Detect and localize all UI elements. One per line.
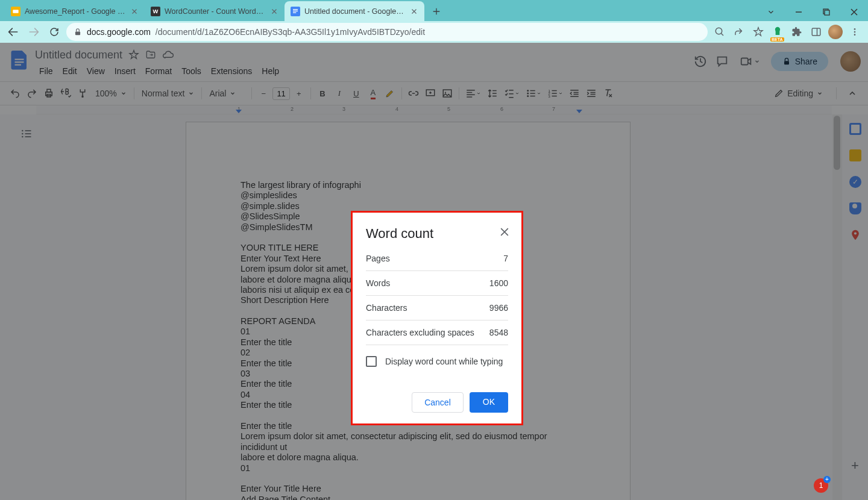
ok-button[interactable]: OK — [470, 392, 508, 413]
dialog-row: Words1600 — [366, 271, 508, 296]
svg-rect-1 — [13, 10, 18, 13]
display-while-typing-option[interactable]: Display word count while typing — [366, 356, 508, 367]
dialog-row-value: 1600 — [489, 278, 508, 288]
tab-title: Untitled document - Google Doc — [304, 7, 406, 16]
beta-badge: BETA — [770, 37, 784, 42]
bookmark-icon[interactable] — [750, 23, 767, 40]
maximize-button[interactable] — [813, 3, 840, 21]
chrome-menu-icon[interactable] — [846, 23, 863, 40]
svg-rect-7 — [293, 12, 296, 13]
dialog-rows: Pages7Words1600Characters9966Characters … — [366, 254, 508, 345]
svg-point-16 — [854, 34, 856, 36]
tab-search-icon[interactable] — [757, 3, 785, 21]
dialog-row-label: Pages — [366, 254, 390, 263]
url-path: /document/d/1aZ6ZO6EcnAIByS3qb-AA3G5Il1y… — [156, 27, 425, 37]
window-controls — [757, 3, 868, 21]
back-button[interactable] — [5, 23, 22, 40]
svg-text:W: W — [153, 8, 159, 14]
svg-point-14 — [854, 28, 856, 30]
reload-button[interactable] — [46, 23, 63, 40]
dialog-title: Word count — [366, 226, 508, 242]
svg-rect-12 — [776, 32, 780, 35]
share-icon[interactable] — [731, 23, 747, 40]
dialog-row-label: Words — [366, 278, 390, 288]
dialog-row: Characters excluding spaces8548 — [366, 320, 508, 345]
tab-title: Awesome_Report - Google Slides — [25, 7, 126, 16]
tab-docs-active[interactable]: Untitled document - Google Doc — [285, 1, 424, 21]
notification-badge[interactable]: 1 — [814, 478, 828, 493]
minimize-button[interactable] — [785, 3, 813, 21]
browser-titlebar: Awesome_Report - Google Slides W WordCou… — [0, 0, 868, 21]
svg-rect-9 — [825, 10, 829, 15]
new-tab-button[interactable] — [428, 3, 445, 20]
close-icon[interactable] — [410, 7, 418, 16]
docs-app: Untitled document File Edit View Insert … — [0, 43, 868, 500]
close-icon[interactable] — [130, 7, 139, 16]
dialog-row-value: 7 — [503, 254, 508, 263]
dialog-close-button[interactable] — [497, 225, 512, 239]
dialog-row: Pages7 — [366, 254, 508, 271]
word-count-dialog: Word count Pages7Words1600Characters9966… — [351, 211, 523, 425]
svg-rect-10 — [75, 31, 80, 35]
tab-title: WordCounter - Count Words & C — [165, 7, 266, 16]
checkbox-label: Display word count while typing — [385, 357, 503, 366]
extension-beta-icon[interactable]: BETA — [769, 23, 786, 40]
dialog-row: Characters9966 — [366, 296, 508, 320]
close-icon[interactable] — [270, 7, 278, 16]
url-input[interactable]: docs.google.com/document/d/1aZ6ZO6EcnAIB… — [66, 23, 708, 41]
browser-tabs: Awesome_Report - Google Slides W WordCou… — [0, 0, 445, 21]
profile-avatar[interactable] — [827, 23, 844, 40]
slides-icon — [11, 7, 20, 16]
dialog-row-label: Characters excluding spaces — [366, 328, 474, 337]
svg-rect-6 — [293, 10, 298, 11]
close-window-button[interactable] — [840, 3, 868, 21]
tab-slides[interactable]: Awesome_Report - Google Slides — [5, 1, 145, 21]
svg-point-11 — [715, 28, 722, 34]
tab-wordcounter[interactable]: W WordCounter - Count Words & C — [145, 1, 285, 21]
cancel-button[interactable]: Cancel — [412, 392, 464, 413]
address-bar-actions: BETA — [711, 23, 863, 40]
url-host: docs.google.com — [87, 27, 151, 37]
checkbox-icon[interactable] — [366, 356, 377, 367]
address-bar: docs.google.com/document/d/1aZ6ZO6EcnAIB… — [0, 21, 868, 43]
lock-icon — [74, 28, 82, 36]
svg-rect-5 — [293, 9, 298, 10]
forward-button[interactable] — [25, 23, 42, 40]
extensions-icon[interactable] — [788, 23, 805, 40]
sidepanel-icon[interactable] — [808, 23, 825, 40]
zoom-icon[interactable] — [711, 23, 728, 40]
svg-rect-13 — [812, 28, 820, 36]
dialog-row-value: 8548 — [489, 328, 508, 337]
dialog-row-value: 9966 — [489, 303, 508, 313]
wc-icon: W — [151, 7, 160, 16]
dialog-row-label: Characters — [366, 303, 407, 313]
docs-icon — [291, 7, 300, 16]
svg-point-15 — [854, 31, 856, 33]
